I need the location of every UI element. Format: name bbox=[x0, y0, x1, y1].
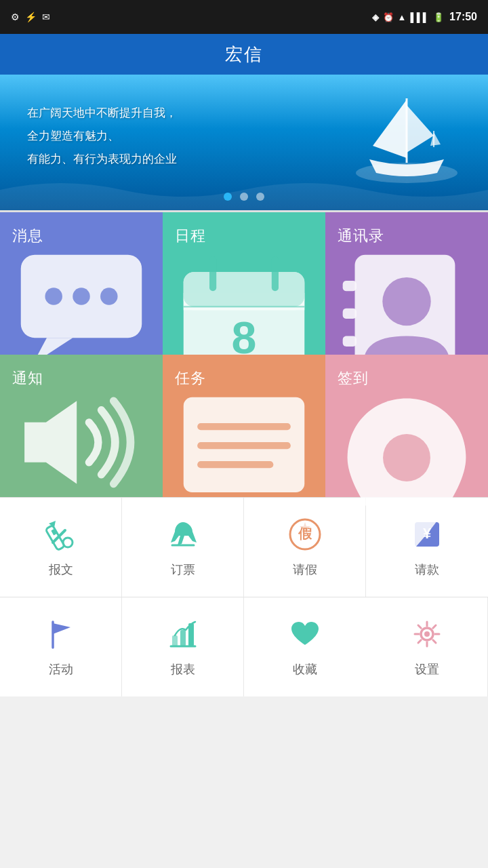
svg-rect-19 bbox=[343, 336, 357, 347]
wifi-icon: ▲ bbox=[398, 12, 407, 22]
tile-notifications-label: 通知 bbox=[12, 368, 43, 389]
dot-3[interactable] bbox=[256, 193, 264, 201]
tile-tasks-label: 任务 bbox=[175, 368, 206, 389]
icon-item-settings[interactable]: 设置 bbox=[366, 597, 488, 696]
dot-2[interactable] bbox=[240, 193, 248, 201]
banner-line1: 在广阔天地中不断提升自我， bbox=[27, 102, 177, 125]
tile-messages-label: 消息 bbox=[12, 226, 43, 246]
banner-background: 在广阔天地中不断提升自我， 全力塑造有魅力、 有能力、有行为表现力的企业 bbox=[0, 75, 488, 210]
system-icons: ◈ ⏰ ▲ ▌▌▌ 🔋 bbox=[372, 12, 445, 22]
svg-point-16 bbox=[382, 277, 430, 326]
icon-label-activity: 活动 bbox=[49, 661, 73, 677]
chat-icon bbox=[12, 246, 150, 368]
gear-icon bbox=[409, 616, 445, 652]
tile-checkin[interactable]: 签到 bbox=[325, 355, 488, 497]
tile-schedule[interactable]: 日程 8 bbox=[163, 212, 325, 355]
svg-point-40 bbox=[424, 631, 430, 637]
sim-icon: ◈ bbox=[372, 12, 379, 22]
icon-label-baowo: 报文 bbox=[49, 561, 73, 578]
tile-schedule-label: 日程 bbox=[175, 226, 206, 246]
icon-label-report: 报表 bbox=[171, 661, 195, 677]
dot-1[interactable] bbox=[224, 193, 232, 201]
status-right-icons: ◈ ⏰ ▲ ▌▌▌ 🔋 17:50 bbox=[372, 11, 477, 23]
status-left-icons: ⚙ ⚡ ✉ bbox=[11, 12, 50, 22]
mail-icon: ✉ bbox=[42, 12, 50, 22]
battery-icon: 🔋 bbox=[433, 12, 444, 22]
app-header: 宏信 bbox=[0, 34, 488, 75]
svg-marker-20 bbox=[24, 401, 77, 484]
svg-rect-18 bbox=[343, 309, 357, 319]
svg-rect-37 bbox=[180, 630, 186, 646]
app-title: 宏信 bbox=[225, 43, 263, 66]
banner-line2: 全力塑造有魅力、 bbox=[27, 125, 177, 148]
icon-item-report[interactable]: 报表 bbox=[122, 597, 244, 696]
tile-messages[interactable]: 消息 bbox=[0, 212, 163, 355]
icon-item-favorites[interactable]: 收藏 bbox=[244, 597, 366, 696]
usb-icon: ⚡ bbox=[25, 12, 37, 22]
icon-item-activity[interactable]: 活动 bbox=[0, 597, 122, 696]
signal-icon: ▌▌▌ bbox=[410, 12, 429, 22]
tile-notifications-icon-wrap bbox=[12, 389, 150, 496]
plane-icon bbox=[165, 517, 201, 552]
svg-line-46 bbox=[432, 640, 435, 643]
svg-point-6 bbox=[100, 288, 118, 305]
tile-contacts[interactable]: 通讯录 bbox=[325, 212, 488, 355]
tile-tasks-icon-wrap bbox=[175, 389, 313, 501]
tile-notifications[interactable]: 通知 bbox=[0, 355, 163, 497]
sailboat-svg bbox=[352, 85, 461, 186]
flag-icon bbox=[43, 616, 79, 652]
wrench-icon bbox=[43, 517, 79, 552]
speaker-icon bbox=[12, 389, 150, 496]
banner-line3: 有能力、有行为表现力的企业 bbox=[27, 148, 177, 171]
icon-label-settings: 设置 bbox=[415, 661, 439, 677]
svg-point-28 bbox=[63, 538, 73, 547]
icon-item-baowo[interactable]: 报文 bbox=[0, 498, 122, 597]
leave-badge-icon: 假 bbox=[287, 517, 323, 552]
tile-checkin-label: 签到 bbox=[338, 368, 369, 389]
tile-tasks[interactable]: 任务 bbox=[163, 355, 325, 497]
alarm-icon: ⏰ bbox=[383, 12, 394, 22]
tile-checkin-icon-wrap bbox=[338, 389, 476, 566]
sailboat-decoration bbox=[352, 85, 474, 193]
svg-point-4 bbox=[45, 288, 62, 305]
svg-rect-17 bbox=[343, 281, 357, 291]
banner-text: 在广阔天地中不断提升自我， 全力塑造有魅力、 有能力、有行为表现力的企业 bbox=[27, 102, 177, 171]
android-icon: ⚙ bbox=[11, 12, 20, 22]
tile-contacts-label: 通讯录 bbox=[338, 226, 384, 246]
tiles-grid: 消息 日程 8 bbox=[0, 210, 488, 497]
clock: 17:50 bbox=[449, 11, 477, 23]
banner-dots[interactable] bbox=[224, 193, 264, 201]
tile-messages-icon-wrap bbox=[12, 246, 150, 368]
svg-rect-10 bbox=[184, 272, 305, 307]
svg-rect-36 bbox=[172, 635, 178, 646]
location-icon bbox=[338, 389, 476, 566]
icon-label-ticket: 订票 bbox=[171, 561, 195, 578]
svg-line-48 bbox=[418, 640, 421, 643]
chart-icon bbox=[165, 616, 201, 652]
svg-point-5 bbox=[73, 288, 90, 305]
tasks-icon bbox=[175, 389, 313, 501]
banner[interactable]: 在广阔天地中不断提升自我， 全力塑造有魅力、 有能力、有行为表现力的企业 bbox=[0, 75, 488, 210]
svg-line-47 bbox=[432, 625, 435, 628]
icon-label-favorites: 收藏 bbox=[293, 661, 317, 677]
icon-item-ticket[interactable]: 订票 bbox=[122, 498, 244, 597]
svg-point-25 bbox=[383, 434, 430, 481]
status-bar: ⚙ ⚡ ✉ ◈ ⏰ ▲ ▌▌▌ 🔋 17:50 bbox=[0, 0, 488, 34]
heart-icon bbox=[287, 616, 323, 652]
icon-label-leave: 请假 bbox=[293, 561, 317, 578]
svg-line-45 bbox=[418, 625, 421, 628]
svg-rect-26 bbox=[45, 525, 64, 550]
